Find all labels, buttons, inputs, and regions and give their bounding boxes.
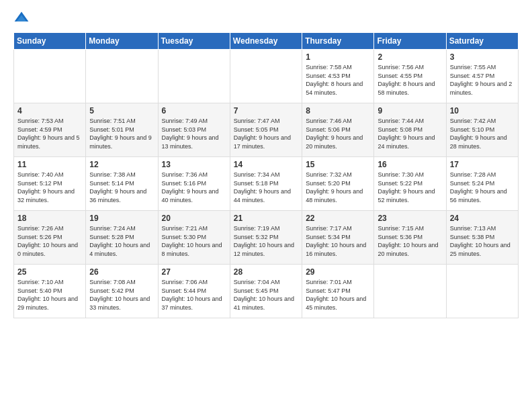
day-info: Sunrise: 7:47 AM Sunset: 5:05 PM Dayligh… [234, 117, 298, 150]
calendar-cell: 20Sunrise: 7:21 AM Sunset: 5:30 PM Dayli… [158, 211, 230, 265]
day-info: Sunrise: 7:34 AM Sunset: 5:18 PM Dayligh… [234, 171, 298, 204]
day-info: Sunrise: 7:58 AM Sunset: 4:53 PM Dayligh… [306, 63, 370, 97]
calendar-cell: 25Sunrise: 7:10 AM Sunset: 5:40 PM Dayli… [14, 265, 86, 318]
calendar-week-row: 11Sunrise: 7:40 AM Sunset: 5:12 PM Dayli… [14, 157, 519, 211]
calendar-week-row: 4Sunrise: 7:53 AM Sunset: 4:59 PM Daylig… [14, 103, 519, 157]
calendar-cell: 13Sunrise: 7:36 AM Sunset: 5:16 PM Dayli… [158, 157, 230, 211]
day-info: Sunrise: 7:10 AM Sunset: 5:40 PM Dayligh… [17, 278, 82, 312]
day-number: 14 [234, 160, 298, 169]
day-info: Sunrise: 7:26 AM Sunset: 5:26 PM Dayligh… [17, 224, 82, 258]
calendar-cell: 8Sunrise: 7:46 AM Sunset: 5:06 PM Daylig… [302, 103, 374, 157]
calendar-cell: 18Sunrise: 7:26 AM Sunset: 5:26 PM Dayli… [14, 211, 86, 265]
day-number: 2 [378, 52, 442, 62]
day-number: 8 [306, 106, 370, 116]
day-number: 4 [17, 106, 82, 116]
calendar-cell: 16Sunrise: 7:30 AM Sunset: 5:22 PM Dayli… [374, 157, 446, 211]
day-info: Sunrise: 7:56 AM Sunset: 4:55 PM Dayligh… [378, 63, 442, 97]
calendar-cell: 19Sunrise: 7:24 AM Sunset: 5:28 PM Dayli… [86, 211, 158, 265]
day-number: 28 [234, 267, 298, 277]
day-info: Sunrise: 7:51 AM Sunset: 5:01 PM Dayligh… [89, 117, 154, 150]
day-info: Sunrise: 7:46 AM Sunset: 5:06 PM Dayligh… [306, 117, 370, 150]
calendar-cell [230, 50, 302, 103]
day-number: 25 [17, 267, 82, 277]
column-header-sunday: Sunday [14, 33, 86, 50]
day-number: 7 [234, 106, 298, 116]
day-number: 26 [89, 267, 154, 277]
column-header-saturday: Saturday [446, 33, 518, 50]
day-number: 29 [306, 267, 370, 277]
calendar-cell: 27Sunrise: 7:06 AM Sunset: 5:44 PM Dayli… [158, 265, 230, 318]
day-info: Sunrise: 7:38 AM Sunset: 5:14 PM Dayligh… [89, 171, 154, 204]
column-header-tuesday: Tuesday [158, 33, 230, 50]
day-info: Sunrise: 7:49 AM Sunset: 5:03 PM Dayligh… [162, 117, 226, 150]
day-number: 23 [378, 214, 442, 223]
calendar-week-row: 1Sunrise: 7:58 AM Sunset: 4:53 PM Daylig… [14, 50, 519, 103]
calendar-week-row: 25Sunrise: 7:10 AM Sunset: 5:40 PM Dayli… [14, 265, 519, 318]
day-info: Sunrise: 7:53 AM Sunset: 4:59 PM Dayligh… [17, 117, 82, 150]
day-info: Sunrise: 7:19 AM Sunset: 5:32 PM Dayligh… [234, 224, 298, 258]
day-info: Sunrise: 7:24 AM Sunset: 5:28 PM Dayligh… [89, 224, 154, 258]
day-info: Sunrise: 7:04 AM Sunset: 5:45 PM Dayligh… [234, 278, 298, 312]
day-info: Sunrise: 7:01 AM Sunset: 5:47 PM Dayligh… [306, 278, 370, 312]
logo [13, 11, 32, 27]
day-number: 1 [306, 52, 370, 62]
day-info: Sunrise: 7:21 AM Sunset: 5:30 PM Dayligh… [162, 224, 226, 258]
day-number: 27 [162, 267, 226, 277]
day-number: 15 [306, 160, 370, 169]
calendar-cell: 3Sunrise: 7:55 AM Sunset: 4:57 PM Daylig… [446, 50, 518, 103]
calendar-header-row: SundayMondayTuesdayWednesdayThursdayFrid… [14, 33, 519, 50]
day-info: Sunrise: 7:13 AM Sunset: 5:38 PM Dayligh… [450, 224, 515, 258]
day-info: Sunrise: 7:40 AM Sunset: 5:12 PM Dayligh… [17, 171, 82, 204]
day-number: 21 [234, 214, 298, 223]
day-number: 6 [162, 106, 226, 116]
day-number: 20 [162, 214, 226, 223]
day-number: 11 [17, 160, 82, 169]
calendar-table: SundayMondayTuesdayWednesdayThursdayFrid… [13, 32, 519, 318]
column-header-friday: Friday [374, 33, 446, 50]
day-number: 5 [89, 106, 154, 116]
column-header-thursday: Thursday [302, 33, 374, 50]
day-info: Sunrise: 7:08 AM Sunset: 5:42 PM Dayligh… [89, 278, 154, 312]
day-info: Sunrise: 7:15 AM Sunset: 5:36 PM Dayligh… [378, 224, 442, 258]
day-number: 10 [450, 106, 515, 116]
day-number: 24 [450, 214, 515, 223]
calendar-cell [374, 265, 446, 318]
calendar-cell: 12Sunrise: 7:38 AM Sunset: 5:14 PM Dayli… [86, 157, 158, 211]
calendar-cell: 7Sunrise: 7:47 AM Sunset: 5:05 PM Daylig… [230, 103, 302, 157]
page-header [13, 11, 519, 27]
calendar-cell [14, 50, 86, 103]
day-number: 12 [89, 160, 154, 169]
calendar-cell: 9Sunrise: 7:44 AM Sunset: 5:08 PM Daylig… [374, 103, 446, 157]
calendar-cell [86, 50, 158, 103]
calendar-cell: 5Sunrise: 7:51 AM Sunset: 5:01 PM Daylig… [86, 103, 158, 157]
day-number: 3 [450, 52, 515, 62]
calendar-cell: 14Sunrise: 7:34 AM Sunset: 5:18 PM Dayli… [230, 157, 302, 211]
calendar-cell: 28Sunrise: 7:04 AM Sunset: 5:45 PM Dayli… [230, 265, 302, 318]
day-number: 17 [450, 160, 515, 169]
calendar-cell: 26Sunrise: 7:08 AM Sunset: 5:42 PM Dayli… [86, 265, 158, 318]
calendar-cell [446, 265, 518, 318]
day-info: Sunrise: 7:44 AM Sunset: 5:08 PM Dayligh… [378, 117, 442, 150]
calendar-cell: 15Sunrise: 7:32 AM Sunset: 5:20 PM Dayli… [302, 157, 374, 211]
column-header-monday: Monday [86, 33, 158, 50]
calendar-cell: 23Sunrise: 7:15 AM Sunset: 5:36 PM Dayli… [374, 211, 446, 265]
calendar-cell: 17Sunrise: 7:28 AM Sunset: 5:24 PM Dayli… [446, 157, 518, 211]
day-info: Sunrise: 7:42 AM Sunset: 5:10 PM Dayligh… [450, 117, 515, 150]
calendar-cell: 10Sunrise: 7:42 AM Sunset: 5:10 PM Dayli… [446, 103, 518, 157]
calendar-cell: 1Sunrise: 7:58 AM Sunset: 4:53 PM Daylig… [302, 50, 374, 103]
logo-icon [13, 11, 30, 27]
day-info: Sunrise: 7:30 AM Sunset: 5:22 PM Dayligh… [378, 171, 442, 204]
day-number: 18 [17, 214, 82, 223]
day-info: Sunrise: 7:55 AM Sunset: 4:57 PM Dayligh… [450, 63, 515, 97]
day-number: 9 [378, 106, 442, 116]
column-header-wednesday: Wednesday [230, 33, 302, 50]
day-number: 16 [378, 160, 442, 169]
calendar-cell: 4Sunrise: 7:53 AM Sunset: 4:59 PM Daylig… [14, 103, 86, 157]
calendar-cell: 24Sunrise: 7:13 AM Sunset: 5:38 PM Dayli… [446, 211, 518, 265]
day-number: 19 [89, 214, 154, 223]
calendar-cell: 22Sunrise: 7:17 AM Sunset: 5:34 PM Dayli… [302, 211, 374, 265]
calendar-cell: 29Sunrise: 7:01 AM Sunset: 5:47 PM Dayli… [302, 265, 374, 318]
day-info: Sunrise: 7:36 AM Sunset: 5:16 PM Dayligh… [162, 171, 226, 204]
calendar-cell: 6Sunrise: 7:49 AM Sunset: 5:03 PM Daylig… [158, 103, 230, 157]
calendar-cell: 11Sunrise: 7:40 AM Sunset: 5:12 PM Dayli… [14, 157, 86, 211]
